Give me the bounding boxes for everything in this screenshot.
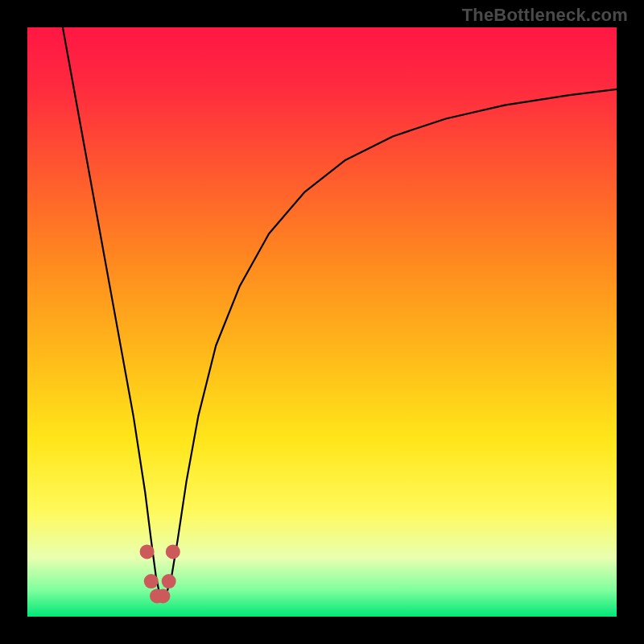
chart-frame: TheBottleneck.com xyxy=(0,0,644,644)
marker-dot xyxy=(166,544,180,559)
marker-dot xyxy=(162,574,176,588)
plot-area xyxy=(27,27,617,617)
marker-dot xyxy=(155,588,170,603)
plot-svg xyxy=(27,27,617,617)
watermark-text: TheBottleneck.com xyxy=(462,5,628,26)
marker-dot xyxy=(144,574,159,588)
marker-dot xyxy=(140,544,155,559)
